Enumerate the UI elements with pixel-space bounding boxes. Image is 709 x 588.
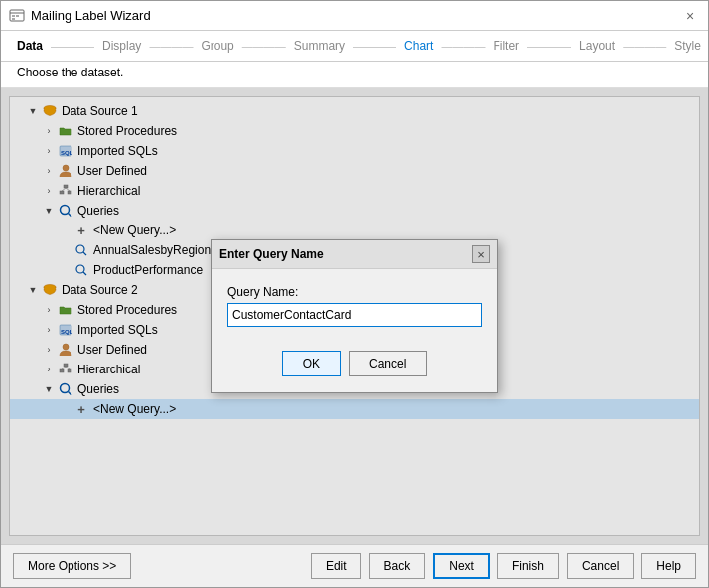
modal-buttons: OK Cancel <box>212 343 497 392</box>
footer: More Options >> Edit Back Next Finish Ca… <box>1 544 708 587</box>
divider-7: ———— <box>623 40 666 52</box>
svg-rect-4 <box>12 18 15 20</box>
divider-6: ———— <box>527 40 571 52</box>
more-options-button[interactable]: More Options >> <box>13 553 131 579</box>
divider-4: ———— <box>353 40 396 52</box>
step-chart[interactable]: Chart <box>404 39 433 53</box>
step-style[interactable]: Style <box>674 39 701 53</box>
divider-1: ———— <box>51 40 94 52</box>
step-data[interactable]: Data <box>17 39 43 53</box>
title-bar: Mailing Label Wizard × <box>1 1 708 31</box>
wizard-subtitle: Choose the dataset. <box>1 62 708 88</box>
finish-button[interactable]: Finish <box>497 553 559 579</box>
step-filter[interactable]: Filter <box>493 39 519 53</box>
step-display[interactable]: Display <box>102 39 141 53</box>
modal-overlay: Enter Query Name × Query Name: OK Cancel <box>1 88 708 544</box>
modal-close-button[interactable]: × <box>472 245 490 263</box>
window-title: Mailing Label Wizard <box>31 8 151 23</box>
step-layout[interactable]: Layout <box>579 39 615 53</box>
svg-rect-3 <box>16 15 19 17</box>
main-content: ▼ Data Source 1 › Stor <box>1 88 708 544</box>
cancel-button[interactable]: Cancel <box>567 553 634 579</box>
footer-right: Edit Back Next Finish Cancel Help <box>311 553 696 579</box>
divider-2: ———— <box>149 40 193 52</box>
window-close-button[interactable]: × <box>680 6 700 26</box>
query-name-label: Query Name: <box>227 285 482 299</box>
modal-ok-button[interactable]: OK <box>282 351 341 376</box>
back-button[interactable]: Back <box>369 553 426 579</box>
app-icon <box>9 8 25 24</box>
modal-body: Query Name: <box>212 269 497 343</box>
modal-title: Enter Query Name <box>219 247 324 261</box>
edit-button[interactable]: Edit <box>311 553 361 579</box>
enter-query-name-dialog: Enter Query Name × Query Name: OK Cancel <box>211 239 498 393</box>
title-bar-left: Mailing Label Wizard <box>9 8 151 24</box>
next-button[interactable]: Next <box>433 553 490 579</box>
divider-3: ———— <box>242 40 286 52</box>
step-group[interactable]: Group <box>201 39 233 53</box>
modal-cancel-button[interactable]: Cancel <box>349 351 427 376</box>
step-summary[interactable]: Summary <box>294 39 345 53</box>
wizard-steps: Data ———— Display ———— Group ———— Summar… <box>1 31 708 62</box>
divider-5: ———— <box>441 40 485 52</box>
modal-title-bar: Enter Query Name × <box>212 240 497 269</box>
svg-rect-2 <box>12 15 15 17</box>
query-name-input[interactable] <box>227 303 482 327</box>
main-window: Mailing Label Wizard × Data ———— Display… <box>0 0 709 588</box>
help-button[interactable]: Help <box>641 553 696 579</box>
footer-left: More Options >> <box>13 553 131 579</box>
